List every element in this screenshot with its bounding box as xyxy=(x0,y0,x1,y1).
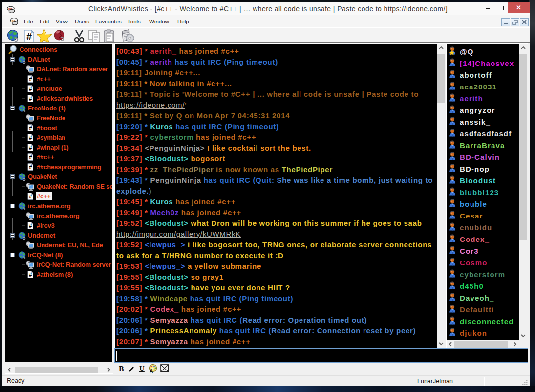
svg-text:A: A xyxy=(150,369,153,373)
svg-text:#: # xyxy=(26,31,32,42)
